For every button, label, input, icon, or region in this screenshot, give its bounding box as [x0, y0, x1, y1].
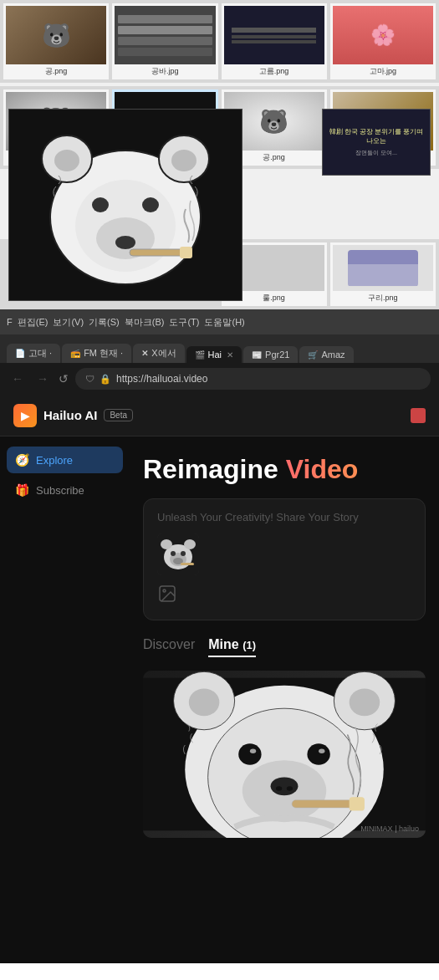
address-bar-row: ← → ↺ 🛡 🔒 https://hailuoai.video — [0, 363, 439, 395]
hailuo-app-name: Hailuo AI — [43, 408, 97, 422]
lock-icon: 🔒 — [100, 374, 111, 385]
tab-favicon: 🛒 — [308, 350, 318, 360]
menu-help[interactable]: 도움말(H) — [204, 316, 244, 329]
content-tabs: Discover Mine (1) — [143, 637, 426, 657]
tab-label: 고대 · — [28, 347, 52, 360]
image-upload-icon[interactable] — [157, 584, 411, 608]
tab-mine-label: Mine — [208, 637, 238, 651]
browser-menu-bar: F 편집(E) 보기(V) 기록(S) 북마크(B) 도구(T) 도움말(H) — [0, 309, 439, 334]
tab-hai[interactable]: 🎬 Hai ✕ — [186, 346, 242, 363]
file-thumbnail — [333, 245, 433, 291]
browser-tab-bar: 📄 고대 · 📻 FM 현재 · ✕ X에서 🎬 Hai ✕ 📰 Pgr21 🛒… — [0, 334, 439, 363]
svg-point-38 — [319, 749, 324, 753]
tab-x[interactable]: ✕ X에서 — [133, 344, 184, 363]
sidebar-item-subscribe-label: Subscribe — [36, 484, 84, 497]
prompt-placeholder: Unleash Your Creativity! Share Your Stor… — [157, 511, 411, 523]
menu-view[interactable]: 보기(V) — [53, 316, 84, 329]
file-item[interactable]: 🐻 공.png — [3, 3, 109, 79]
tab-label: Hai — [208, 350, 222, 360]
svg-point-37 — [250, 749, 256, 753]
tab-favicon: 📰 — [252, 350, 262, 360]
file-item[interactable]: 구리.png — [330, 242, 436, 306]
tab-label: X에서 — [151, 347, 176, 360]
menu-edit[interactable]: 편집(E) — [18, 316, 48, 329]
tab-mine[interactable]: Mine (1) — [208, 637, 256, 657]
gallery-watermark: MINIMAX | hailuo — [360, 824, 419, 833]
svg-point-19 — [171, 551, 176, 556]
file-name: 고마.jpg — [370, 66, 397, 77]
forward-button[interactable]: → — [33, 370, 52, 387]
sidebar-item-explore[interactable]: 🧭 Explore — [7, 447, 123, 473]
tab-mine-badge: (1) — [242, 639, 256, 651]
tab-label: FM 현재 · — [84, 347, 123, 360]
prompt-box[interactable]: Unleash Your Creativity! Share Your Stor… — [143, 498, 426, 620]
hero-title-text: Reimagine — [143, 454, 278, 484]
bear-sketch-preview — [17, 117, 234, 293]
svg-point-28 — [189, 689, 220, 717]
address-bar[interactable]: 🛡 🔒 https://hailuoai.video — [75, 368, 431, 390]
address-url: https://hailuoai.video — [116, 373, 207, 385]
svg-rect-40 — [350, 798, 365, 811]
close-button[interactable] — [411, 408, 426, 423]
menu-file[interactable]: F — [7, 317, 13, 327]
menu-bookmarks[interactable]: 북마크(B) — [125, 316, 165, 329]
svg-point-34 — [287, 787, 293, 791]
file-name: 공.png — [263, 152, 285, 163]
svg-point-33 — [276, 787, 282, 791]
tab-pgr[interactable]: 📰 Pgr21 — [243, 346, 298, 363]
svg-point-9 — [92, 197, 109, 212]
file-thumbnail: 🌸 — [333, 6, 433, 64]
hero-title-gradient: Video — [286, 454, 359, 484]
security-icon: 🛡 — [85, 374, 94, 384]
tab-favicon: ✕ — [141, 349, 148, 358]
file-item[interactable]: 고름.png — [222, 3, 327, 79]
logo-icon: ▶ — [21, 409, 30, 422]
svg-point-20 — [181, 551, 186, 556]
tab-favicon: 📄 — [15, 349, 25, 358]
gallery-item[interactable]: MINIMAX | hailuo — [143, 671, 426, 838]
tab-gode[interactable]: 📄 고대 · — [7, 344, 60, 363]
beta-badge: Beta — [104, 409, 133, 421]
svg-point-15 — [161, 539, 172, 549]
file-name: 공바.jpg — [151, 66, 179, 77]
svg-point-8 — [115, 236, 135, 249]
hailuo-body: 🧭 Explore 🎁 Subscribe Reimagine Video Un… — [0, 436, 439, 963]
gallery-image: MINIMAX | hailuo — [143, 671, 426, 838]
large-preview — [8, 109, 242, 301]
hailuo-app: ▶ Hailuo AI Beta 🧭 Explore 🎁 Subscribe R… — [0, 395, 439, 963]
text-preview-content: 韓剧 한국 공장 분위기를 풍기며 나오는 장면들이 모여... — [323, 110, 430, 175]
hailuo-header: ▶ Hailuo AI Beta — [0, 395, 439, 436]
gallery-bear-sketch — [143, 671, 426, 838]
sidebar: 🧭 Explore 🎁 Subscribe — [0, 436, 130, 963]
file-thumbnail — [224, 6, 324, 64]
menu-tools[interactable]: 도구(T) — [169, 316, 199, 329]
menu-history[interactable]: 기록(S) — [89, 316, 120, 329]
tab-close-icon[interactable]: ✕ — [227, 350, 233, 360]
file-name: 구리.png — [368, 293, 398, 304]
svg-point-32 — [271, 778, 299, 796]
svg-point-5 — [171, 150, 197, 171]
file-item[interactable]: 🌸 고마.jpg — [330, 3, 436, 79]
refresh-button[interactable]: ↺ — [59, 372, 69, 385]
svg-point-4 — [54, 150, 79, 171]
svg-point-35 — [238, 744, 261, 766]
main-content: Reimagine Video Unleash Your Creativity!… — [130, 436, 439, 963]
gallery-grid: MINIMAX | hailuo — [143, 671, 426, 838]
sidebar-item-subscribe[interactable]: 🎁 Subscribe — [7, 477, 123, 503]
file-name: 룰.png — [263, 293, 285, 304]
sidebar-item-explore-label: Explore — [36, 454, 73, 467]
svg-point-16 — [184, 539, 196, 549]
svg-point-36 — [307, 744, 329, 766]
svg-rect-12 — [180, 247, 192, 258]
tab-amaz[interactable]: 🛒 Amaz — [299, 346, 353, 363]
tab-discover[interactable]: Discover — [143, 637, 195, 656]
file-name: 공.png — [45, 66, 68, 77]
svg-point-10 — [142, 197, 159, 212]
back-button[interactable]: ← — [8, 370, 27, 387]
tab-fm[interactable]: 📻 FM 현재 · — [62, 344, 131, 363]
file-item[interactable]: 공바.jpg — [112, 3, 217, 79]
explore-icon: 🧭 — [15, 453, 29, 467]
file-thumbnail: 🐻 — [6, 6, 106, 64]
tab-label: Pgr21 — [265, 350, 289, 360]
svg-point-23 — [163, 590, 166, 592]
